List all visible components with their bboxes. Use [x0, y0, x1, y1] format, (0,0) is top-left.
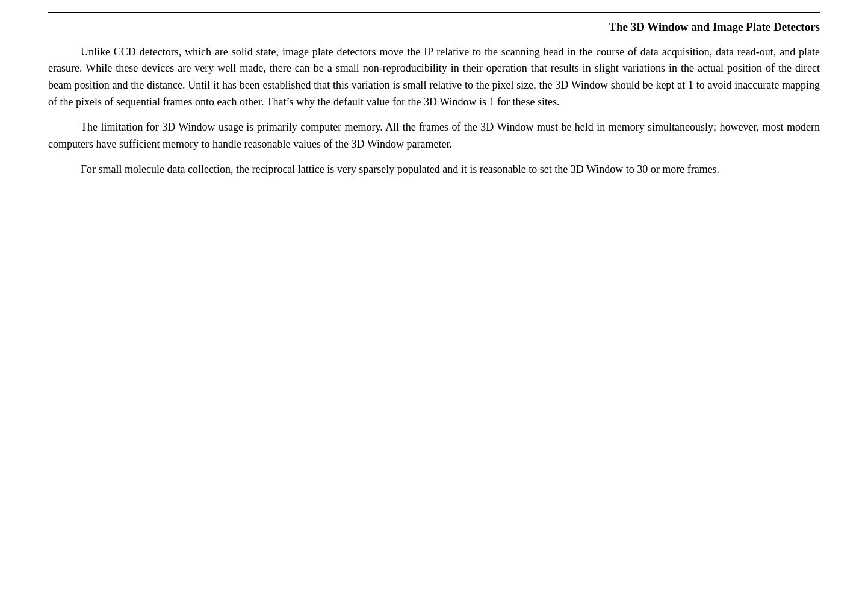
paragraph-1: Unlike CCD detectors, which are solid st…: [48, 44, 820, 111]
paragraph-3: For small molecule data collection, the …: [48, 161, 820, 178]
indent-1: [48, 44, 81, 61]
paragraph-2: The limitation for 3D Window usage is pr…: [48, 119, 820, 153]
top-rule: [48, 12, 820, 13]
indent-3: [48, 161, 81, 178]
page-container: The 3D Window and Image Plate Detectors …: [0, 0, 868, 607]
section-title: The 3D Window and Image Plate Detectors: [48, 19, 820, 36]
indent-2: [48, 119, 81, 136]
